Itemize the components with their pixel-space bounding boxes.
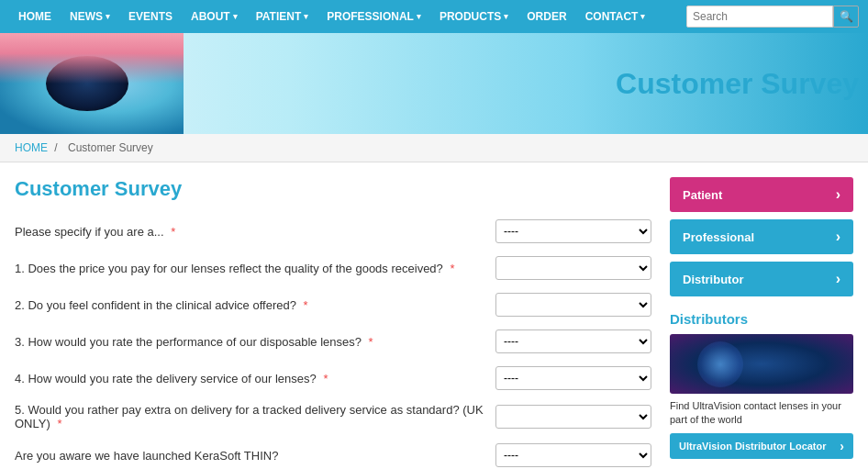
sidebar-patient-label: Patient (683, 188, 722, 202)
form-row-q2: 2. Do you feel confident in the clinical… (15, 293, 651, 317)
question-label-q1: 1. Does the price you pay for our lenses… (15, 262, 486, 275)
nav-order[interactable]: ORDER (517, 0, 575, 33)
question-label-q3: 3. How would you rate the performance of… (15, 335, 486, 349)
question-select-q4[interactable]: ----ExcellentGoodAveragePoor (495, 366, 651, 390)
sidebar-patient-btn[interactable]: Patient › (670, 177, 853, 212)
form-row-q0: Please specify if you are a... *----Cust… (15, 219, 651, 243)
required-marker-q5: * (54, 417, 62, 430)
required-marker-q1: * (447, 262, 455, 275)
sidebar-distributor-btn[interactable]: Distributor › (670, 262, 853, 296)
main-layout: Customer Survey Please specify if you ar… (0, 162, 868, 469)
hero-title: Customer Survey (616, 67, 859, 101)
breadcrumb-current: Customer Survey (68, 141, 153, 154)
question-label-q6: Are you aware we have launched KeraSoft … (15, 449, 486, 463)
breadcrumb-home[interactable]: HOME (15, 141, 48, 154)
search-button[interactable]: 🔍 (833, 6, 859, 28)
question-label-q2: 2. Do you feel confident in the clinical… (15, 298, 486, 312)
sidebar-distributor-label: Distributor (683, 273, 743, 286)
required-marker-q3: * (365, 335, 373, 349)
nav-bar: HOME NEWS ▾ EVENTS ABOUT ▾ PATIENT ▾ PRO… (0, 0, 868, 33)
required-marker-q2: * (300, 298, 308, 312)
question-select-q2[interactable]: Strongly AgreeAgreeNeutralDisagreeStrong… (495, 293, 651, 317)
question-label-q5: 5. Would you rather pay extra on deliver… (15, 403, 486, 430)
nav-about-arrow: ▾ (233, 12, 238, 21)
nav-news[interactable]: NEWS ▾ (61, 0, 119, 33)
search-input[interactable] (686, 6, 833, 28)
sidebar-professional-btn[interactable]: Professional › (670, 219, 853, 254)
form-row-q3: 3. How would you rate the performance of… (15, 329, 651, 353)
sidebar-professional-arrow: › (836, 229, 840, 245)
nav-products[interactable]: PRODUCTS ▾ (430, 0, 517, 33)
question-select-q1[interactable]: Strongly AgreeAgreeNeutralDisagreeStrong… (495, 256, 651, 280)
question-label-q0: Please specify if you are a... * (15, 225, 486, 239)
hero-eye-image (0, 33, 184, 134)
locator-btn-label: UltraVision Distributor Locator (679, 441, 827, 452)
nav-about[interactable]: ABOUT ▾ (182, 0, 247, 33)
form-row-q5: 5. Would you rather pay extra on deliver… (15, 403, 651, 430)
distributor-locator-btn[interactable]: UltraVision Distributor Locator › (670, 433, 853, 459)
question-select-q3[interactable]: ----ExcellentGoodAveragePoor (495, 329, 651, 353)
required-marker-q0: * (168, 225, 176, 239)
question-label-q4: 4. How would you rate the delivery servi… (15, 372, 486, 385)
nav-patient[interactable]: PATIENT ▾ (247, 0, 318, 33)
nav-contact-arrow: ▾ (640, 12, 645, 21)
sidebar-professional-label: Professional (683, 230, 754, 244)
nav-professional[interactable]: PROFESSIONAL ▾ (317, 0, 430, 33)
form-row-q4: 4. How would you rate the delivery servi… (15, 366, 651, 390)
content-area: Customer Survey Please specify if you ar… (15, 177, 651, 469)
nav-patient-arrow: ▾ (304, 12, 308, 21)
survey-form: Please specify if you are a... *----Cust… (15, 219, 651, 469)
nav-home[interactable]: HOME (9, 0, 61, 33)
sidebar-distributor-arrow: › (836, 271, 840, 287)
question-select-q5[interactable]: YesNoMaybe (495, 405, 651, 429)
search-area: 🔍 (686, 6, 859, 28)
breadcrumb-separator: / (54, 141, 57, 154)
question-select-q0[interactable]: ----CustomerProfessionalDistributor (495, 219, 651, 243)
question-select-q6[interactable]: ----YesNo (495, 443, 651, 467)
form-row-q6: Are you aware we have launched KeraSoft … (15, 443, 651, 467)
nav-contact[interactable]: CONTACT ▾ (576, 0, 655, 33)
nav-products-arrow: ▾ (504, 12, 508, 21)
nav-news-arrow: ▾ (106, 12, 110, 21)
page-title: Customer Survey (15, 177, 651, 201)
distributors-title: Distributors (670, 311, 853, 327)
sidebar: Patient › Professional › Distributor › D… (670, 177, 853, 469)
distributor-image (670, 334, 853, 394)
distributor-text: Find UltraVision contact lenses in your … (670, 399, 853, 428)
hero-banner: Customer Survey (0, 33, 868, 134)
sidebar-patient-arrow: › (836, 186, 840, 203)
form-row-q1: 1. Does the price you pay for our lenses… (15, 256, 651, 280)
breadcrumb: HOME / Customer Survey (0, 134, 868, 162)
required-marker-q4: * (320, 372, 328, 385)
locator-btn-arrow: › (840, 439, 844, 453)
nav-professional-arrow: ▾ (417, 12, 421, 21)
nav-events[interactable]: EVENTS (119, 0, 182, 33)
